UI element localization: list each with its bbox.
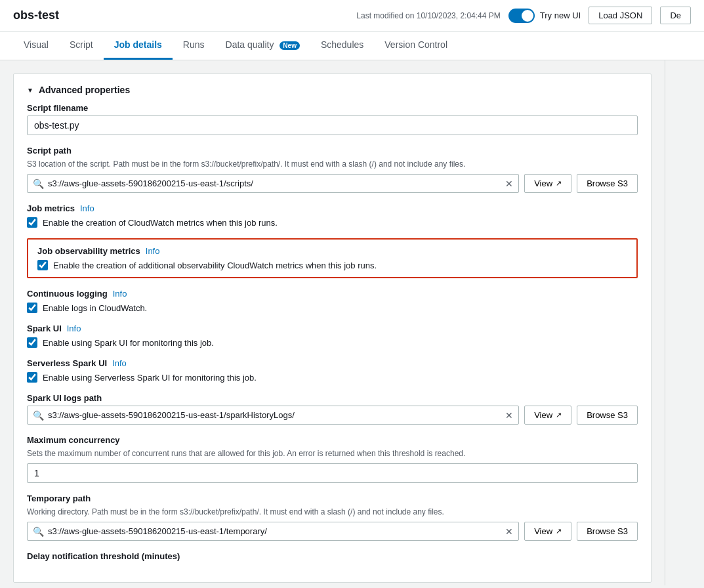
serverless-spark-ui-checkbox-label: Enable using Serverless Spark UI for mon… — [43, 373, 257, 383]
script-path-desc: S3 location of the script. Path must be … — [27, 158, 638, 170]
max-concurrency-label: Maximum concurrency — [27, 435, 638, 445]
continuous-logging-checkbox-label: Enable logs in CloudWatch. — [43, 303, 147, 313]
main-scroll-area: ▼ Advanced properties Script filename Sc… — [0, 60, 665, 585]
try-new-ui-label: Try new UI — [540, 10, 581, 20]
section-header: ▼ Advanced properties — [27, 85, 638, 95]
right-panel — [665, 60, 704, 585]
spark-logs-input-wrap: 🔍 ✕ — [27, 406, 519, 425]
spark-logs-browse-button[interactable]: Browse S3 — [577, 406, 638, 425]
temp-path-browse-button[interactable]: Browse S3 — [577, 522, 638, 541]
serverless-spark-ui-checkbox[interactable] — [27, 372, 37, 383]
search-icon-2: 🔍 — [33, 410, 44, 421]
spark-ui-checkbox[interactable] — [27, 337, 37, 348]
script-filename-group: Script filename — [27, 103, 638, 135]
job-metrics-checkbox[interactable] — [27, 217, 37, 228]
script-path-browse-button[interactable]: Browse S3 — [577, 174, 638, 193]
spark-ui-checkbox-row: Enable using Spark UI for monitoring thi… — [27, 337, 638, 348]
job-metrics-info-link[interactable]: Info — [80, 203, 94, 213]
clear-icon-2[interactable]: ✕ — [505, 410, 513, 421]
serverless-spark-ui-label: Serverless Spark UI — [27, 358, 107, 368]
collapse-icon[interactable]: ▼ — [27, 87, 33, 94]
section-title: Advanced properties — [39, 85, 130, 95]
search-icon-3: 🔍 — [33, 526, 44, 537]
job-observability-checkbox-label: Enable the creation of additional observ… — [53, 261, 377, 270]
serverless-spark-ui-group: Serverless Spark UI Info Enable using Se… — [27, 358, 638, 383]
serverless-spark-ui-checkbox-row: Enable using Serverless Spark UI for mon… — [27, 372, 638, 383]
job-observability-label: Job observability metrics — [37, 246, 140, 256]
tab-runs[interactable]: Runs — [173, 32, 215, 60]
delay-notification-label: Delay notification threshold (minutes) — [27, 551, 638, 561]
tab-bar: Visual Script Job details Runs Data qual… — [0, 32, 704, 60]
job-observability-checkbox-row: Enable the creation of additional observ… — [37, 260, 627, 270]
header-actions: Last modified on 10/10/2023, 2:04:44 PM … — [356, 7, 691, 24]
script-path-group: Script path S3 location of the script. P… — [27, 146, 638, 193]
job-observability-label-row: Job observability metrics Info — [37, 246, 627, 256]
max-concurrency-desc: Sets the maximum number of concurrent ru… — [27, 448, 638, 459]
external-link-icon-3: ↗ — [556, 527, 562, 536]
serverless-spark-ui-info-link[interactable]: Info — [112, 358, 127, 368]
continuous-logging-label: Continuous logging — [27, 289, 108, 299]
tab-schedules[interactable]: Schedules — [310, 32, 374, 60]
spark-ui-label-row: Spark UI Info — [27, 324, 638, 333]
continuous-logging-group: Continuous logging Info Enable logs in C… — [27, 289, 638, 313]
app-title: obs-test — [13, 9, 59, 22]
temp-path-input-wrap: 🔍 ✕ — [27, 522, 519, 541]
job-metrics-checkbox-label: Enable the creation of CloudWatch metric… — [43, 218, 278, 228]
page-header: obs-test Last modified on 10/10/2023, 2:… — [0, 0, 704, 32]
continuous-logging-checkbox[interactable] — [27, 303, 37, 313]
tab-version-control[interactable]: Version Control — [374, 32, 458, 60]
spark-ui-group: Spark UI Info Enable using Spark UI for … — [27, 324, 638, 348]
tab-job-details[interactable]: Job details — [104, 32, 173, 60]
job-observability-checkbox[interactable] — [37, 260, 48, 270]
job-metrics-group: Job metrics Info Enable the creation of … — [27, 203, 638, 228]
tab-script[interactable]: Script — [59, 32, 104, 60]
tab-data-quality[interactable]: Data quality New — [215, 32, 310, 60]
continuous-logging-info-link[interactable]: Info — [113, 289, 127, 299]
temporary-path-desc: Working directory. Path must be in the f… — [27, 506, 638, 518]
max-concurrency-group: Maximum concurrency Sets the maximum num… — [27, 435, 638, 483]
script-path-label: Script path — [27, 146, 638, 156]
search-icon: 🔍 — [33, 178, 44, 189]
data-quality-badge: New — [280, 41, 300, 50]
temporary-path-input[interactable] — [48, 522, 503, 540]
temporary-path-label: Temporary path — [27, 494, 638, 503]
advanced-properties-section: ▼ Advanced properties Script filename Sc… — [13, 74, 652, 583]
spark-ui-checkbox-label: Enable using Spark UI for monitoring thi… — [43, 338, 214, 348]
script-filename-label: Script filename — [27, 103, 638, 113]
spark-ui-logs-path-input-row: 🔍 ✕ View ↗ Browse S3 — [27, 406, 638, 425]
spark-logs-view-button[interactable]: View ↗ — [524, 406, 571, 425]
serverless-spark-ui-label-row: Serverless Spark UI Info — [27, 358, 638, 368]
load-json-button[interactable]: Load JSON — [589, 7, 652, 24]
script-path-input[interactable] — [48, 175, 503, 192]
clear-icon-3[interactable]: ✕ — [505, 526, 513, 537]
de-button[interactable]: De — [660, 7, 691, 24]
try-new-ui-toggle-container: Try new UI — [508, 9, 581, 23]
tab-visual[interactable]: Visual — [13, 32, 59, 60]
spark-ui-logs-path-label: Spark UI logs path — [27, 393, 638, 403]
temporary-path-group: Temporary path Working directory. Path m… — [27, 494, 638, 541]
continuous-logging-label-row: Continuous logging Info — [27, 289, 638, 299]
temp-path-view-button[interactable]: View ↗ — [524, 522, 571, 541]
job-metrics-checkbox-row: Enable the creation of CloudWatch metric… — [27, 217, 638, 228]
external-link-icon: ↗ — [556, 179, 562, 188]
job-observability-info-link[interactable]: Info — [146, 246, 160, 256]
spark-ui-label: Spark UI — [27, 324, 62, 333]
delay-notification-group: Delay notification threshold (minutes) — [27, 551, 638, 561]
spark-ui-info-link[interactable]: Info — [67, 324, 81, 333]
spark-ui-logs-path-group: Spark UI logs path 🔍 ✕ View ↗ Browse S3 — [27, 393, 638, 425]
job-metrics-label: Job metrics — [27, 203, 75, 213]
continuous-logging-checkbox-row: Enable logs in CloudWatch. — [27, 303, 638, 313]
try-new-ui-toggle[interactable] — [508, 9, 535, 23]
script-filename-input[interactable] — [27, 116, 638, 135]
spark-ui-logs-path-input[interactable] — [48, 406, 503, 424]
last-modified-text: Last modified on 10/10/2023, 2:04:44 PM — [356, 11, 501, 20]
script-path-input-wrap: 🔍 ✕ — [27, 174, 519, 193]
temporary-path-input-row: 🔍 ✕ View ↗ Browse S3 — [27, 522, 638, 541]
max-concurrency-input[interactable] — [27, 463, 638, 483]
job-metrics-label-row: Job metrics Info — [27, 203, 638, 213]
script-path-input-row: 🔍 ✕ View ↗ Browse S3 — [27, 174, 638, 193]
page-layout: ▼ Advanced properties Script filename Sc… — [0, 60, 704, 585]
script-path-view-button[interactable]: View ↗ — [524, 174, 571, 193]
clear-icon[interactable]: ✕ — [505, 178, 513, 189]
job-observability-group: Job observability metrics Info Enable th… — [27, 238, 638, 278]
